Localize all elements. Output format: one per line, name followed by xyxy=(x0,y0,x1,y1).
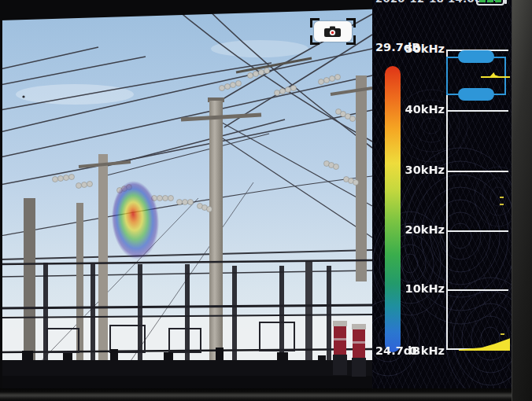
capture-button-face[interactable] xyxy=(314,21,352,42)
intensity-colorbar xyxy=(385,66,401,352)
tick-30khz xyxy=(446,171,508,172)
spectrum-marker xyxy=(500,204,504,205)
freq-label-10: 10kHz xyxy=(401,282,445,295)
band-selector-handle-bottom[interactable] xyxy=(458,88,494,101)
spectrum-panel: 2020-12-18 14:00:24 29.7dB 24.7dB 50kHz … xyxy=(372,0,512,388)
substation-scene xyxy=(0,0,372,388)
freq-label-40: 40kHz xyxy=(401,103,445,116)
battery-icon xyxy=(476,0,504,6)
camera-icon xyxy=(323,25,342,38)
device-screen: 2020-12-18 14:00:24 29.7dB 24.7dB 50kHz … xyxy=(0,0,512,388)
freq-label-20: 20kHz xyxy=(401,223,445,236)
tick-10khz xyxy=(446,289,508,291)
freq-label-30: 30kHz xyxy=(401,164,445,176)
bezel-right xyxy=(512,0,532,401)
band-selector-handle-top[interactable] xyxy=(458,50,494,63)
freq-label-50: 50kHz xyxy=(401,42,445,55)
spectrum-marker xyxy=(500,197,504,198)
bird xyxy=(22,95,24,97)
capture-button[interactable] xyxy=(310,18,356,45)
camera-view xyxy=(0,0,372,388)
bezel-bottom xyxy=(0,388,512,401)
bezel-left xyxy=(0,0,2,388)
tick-40khz xyxy=(446,110,508,112)
device-photo-frame: 2020-12-18 14:00:24 29.7dB 24.7dB 50kHz … xyxy=(0,0,532,401)
tick-20khz xyxy=(446,230,508,232)
freq-label-0: 0 kHz xyxy=(401,344,445,357)
spectrum-marker xyxy=(501,333,504,335)
